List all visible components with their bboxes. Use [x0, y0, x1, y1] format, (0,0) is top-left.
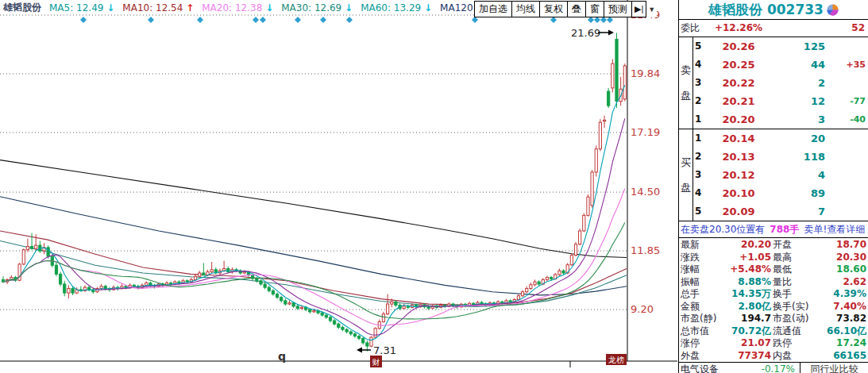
- adjust-price-button[interactable]: 复权: [540, 1, 568, 17]
- stats-row: 涨跌+1.05最高20.30: [679, 252, 868, 264]
- stats-row: 市盈(静)194.7市盈(动)73.82: [679, 313, 868, 325]
- pie-chart-icon[interactable]: [827, 2, 839, 21]
- view-detail-link: 卖单!查看详细: [804, 224, 865, 235]
- ma30-line: [3, 223, 625, 319]
- kline-chart-area[interactable]: 22.4919.8417.1914.5011.859.2021.697.31财龙…: [0, 0, 678, 373]
- weibi-value: +12.26%: [706, 20, 771, 37]
- ma-line-ma120: [0, 241, 627, 307]
- buy-queue: 买盘 120.1420 220.13118 320.124 420.1089 5…: [679, 129, 868, 221]
- stats-row: 涨停21.07跌停17.24: [679, 337, 868, 350]
- y-axis-label: 9.20: [631, 303, 654, 315]
- svg-text:财: 财: [372, 358, 380, 367]
- ma-lines-button[interactable]: 均线: [512, 1, 540, 17]
- event-diamond-icon: [320, 17, 326, 23]
- event-diamond-icon: [594, 17, 600, 23]
- sell-row-4[interactable]: 420.2544+35: [693, 56, 868, 74]
- buy-row-2[interactable]: 220.13118: [693, 148, 868, 166]
- short-ma-lines: [3, 85, 625, 340]
- industry-compare-link[interactable]: 同行业比较: [800, 363, 868, 373]
- ma-legend: 雄韬股份 MA5: 12.49 ↓ MA10: 12.54 ↑ MA20: 12…: [3, 2, 485, 13]
- add-watchlist-button[interactable]: 加自选: [474, 1, 512, 17]
- event-diamond-icon: [588, 17, 594, 23]
- event-diamond-icon: [472, 17, 478, 23]
- stats-row: 涨幅+5.48%最低18.60: [679, 263, 868, 276]
- down-arrow-icon: ↓: [424, 2, 432, 13]
- y-axis-label: 11.85: [631, 244, 660, 256]
- event-diamond-icon: [346, 17, 353, 23]
- svg-text:龙榜: 龙榜: [608, 356, 624, 364]
- y-axis-label: 17.19: [631, 126, 660, 138]
- legend-ma60: MA60: 13.29 ↓: [361, 2, 432, 13]
- watermark-q: q: [278, 350, 286, 363]
- event-diamond-icon: [295, 17, 301, 23]
- legend-stock-name: 雄韬股份: [3, 1, 41, 14]
- buy-row-3[interactable]: 320.124: [693, 166, 868, 184]
- event-diamond-icon: [148, 17, 154, 23]
- stats-table: 最新20.20开盘18.70 涨跌+1.05最高20.30 涨幅+5.48%最低…: [679, 238, 868, 362]
- sell-side-label: 卖盘: [679, 37, 693, 129]
- event-diamond-icon: [253, 17, 259, 23]
- left-arrow-icon: [357, 348, 362, 353]
- chevron-down-icon[interactable]: ▼: [646, 1, 657, 17]
- big-sell-order-notice[interactable]: 在卖盘20.30位置有788手卖单!查看详细: [679, 221, 868, 238]
- sell-row-2[interactable]: 220.2112-77: [693, 92, 868, 110]
- sell-row-1[interactable]: 120.203-40: [693, 110, 868, 129]
- buy-row-1[interactable]: 120.1420: [693, 129, 868, 148]
- grid: 22.4919.8417.1914.5011.859.20: [0, 0, 677, 367]
- buy-row-5[interactable]: 520.097: [693, 202, 868, 221]
- down-arrow-icon: ↓: [265, 2, 273, 13]
- sell-row-3[interactable]: 320.222: [693, 74, 868, 92]
- kline-chart[interactable]: 22.4919.8417.1914.5011.859.2021.697.31财龙…: [0, 0, 678, 373]
- event-diamond-icons[interactable]: [80, 17, 613, 23]
- ma-line-ma-navy: [0, 197, 627, 295]
- event-diamond-icon: [550, 17, 557, 23]
- next-page-icon[interactable]: ▶|: [632, 1, 646, 17]
- event-diamond-icon: [197, 17, 203, 23]
- chart-toolbar: 加自选 均线 复权 叠 窗 预测 ▶| ▼: [474, 1, 657, 17]
- stats-row: 总手14.35万换手4.39%: [679, 288, 868, 301]
- sector-row: 电气设备 -0.17% 同行业比较: [679, 362, 868, 373]
- event-diamond-icon: [260, 17, 266, 23]
- weibi-label: 委比: [679, 20, 706, 37]
- event-diamond-icon: [600, 17, 607, 23]
- stock-title: 雄韬股份 002733: [679, 0, 868, 19]
- ma-line-ma60: [0, 231, 627, 306]
- stats-row: 总市值70.72亿流通值66.10亿: [679, 325, 868, 338]
- sector-change: -0.17%: [762, 363, 795, 373]
- event-diamond-icon: [80, 17, 87, 23]
- long-ma-lines: [0, 160, 627, 307]
- stats-row: 外盘77374内盘66165: [679, 350, 868, 363]
- legend-ma20: MA20: 12.38 ↓: [202, 2, 273, 13]
- level5-quote-box: 委比 +12.26% 52 卖盘 520.26125 420.2544+35 3…: [679, 19, 868, 221]
- legend-ma10: MA10: 12.54 ↑: [122, 2, 194, 13]
- buy-side-label: 买盘: [679, 129, 693, 221]
- forecast-button[interactable]: 预测: [604, 1, 632, 17]
- sell-queue: 卖盘 520.26125 420.2544+35 320.222 220.211…: [679, 37, 868, 129]
- weicha-value: 52: [836, 20, 868, 37]
- y-axis-label: 14.50: [631, 186, 660, 198]
- weibi-row: 委比 +12.26% 52: [679, 20, 868, 37]
- ma5-line: [3, 85, 625, 340]
- stats-row: 最新20.20开盘18.70: [679, 239, 868, 252]
- window-button[interactable]: 窗: [586, 1, 604, 17]
- ma20-line: [3, 189, 625, 325]
- ma-line-ma250: [0, 160, 627, 258]
- right-arrow-icon: [608, 30, 614, 36]
- sell-row-5[interactable]: 520.26125: [693, 37, 868, 56]
- stock-terminal-window: 22.4919.8417.1914.5011.859.2021.697.31财龙…: [0, 0, 868, 373]
- sector-name: 电气设备: [681, 363, 719, 373]
- event-diamond-icon: [607, 17, 613, 23]
- down-arrow-icon: ↓: [345, 2, 353, 13]
- overlay-button[interactable]: 叠: [568, 1, 586, 17]
- stats-row: 振幅8.88%量比2.62: [679, 276, 868, 289]
- down-arrow-icon: ↓: [106, 2, 114, 13]
- peak-price-label: 21.69: [571, 27, 600, 39]
- legend-ma5: MA5: 12.49 ↓: [49, 2, 114, 13]
- quote-panel: 雄韬股份 002733 委比 +12.26% 52 卖盘 520.26125 4…: [678, 0, 868, 373]
- up-arrow-icon: ↑: [186, 2, 194, 13]
- legend-ma30: MA30: 12.69 ↓: [281, 2, 353, 13]
- buy-row-4[interactable]: 420.1089: [693, 184, 868, 202]
- y-axis-label: 19.84: [631, 67, 660, 79]
- stats-row: 金额2.80亿换手(实)7.40%: [679, 301, 868, 313]
- low-price-label: 7.31: [373, 344, 396, 356]
